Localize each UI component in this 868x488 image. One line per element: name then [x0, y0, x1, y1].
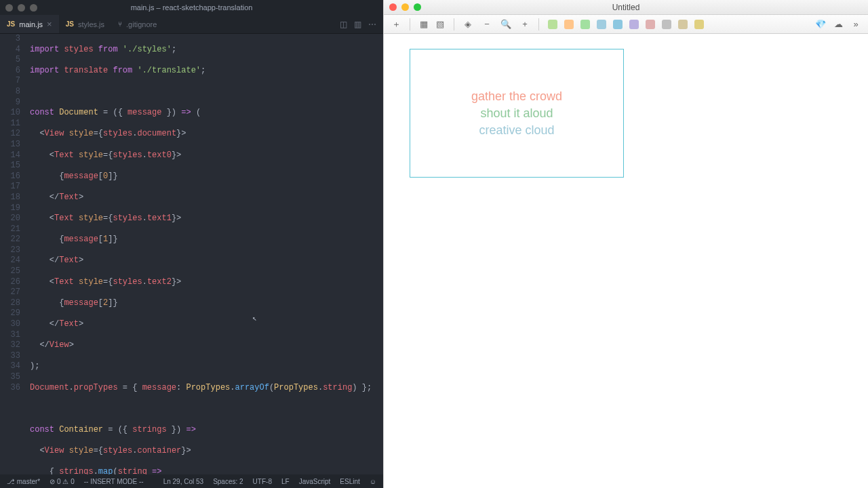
- zoom-in-icon[interactable]: +: [518, 18, 532, 31]
- minimize-window-button[interactable]: [18, 4, 25, 12]
- cloud-sync-icon[interactable]: ☁: [831, 18, 845, 31]
- line-number-gutter: 345678910 1112131415161718 1920212223242…: [0, 34, 30, 474]
- rendered-text-line: gather the crowd: [471, 89, 562, 104]
- close-window-button[interactable]: [5, 4, 13, 12]
- status-bar: master* ⊘ 0 ⚠ 0 -- INSERT MODE -- Ln 29,…: [0, 474, 383, 488]
- shape-tool-icon[interactable]: [627, 18, 641, 31]
- sketch-window: Untitled ＋ ▦ ▧ ◈ − 🔍 + 💎 ☁ »: [383, 0, 868, 488]
- zoom-icon[interactable]: 🔍: [499, 18, 513, 31]
- editor-tabs: JS main.js × JS styles.js ⑂ .gitignore ◫…: [0, 15, 383, 34]
- editor-mode: -- INSERT MODE --: [84, 478, 144, 485]
- shape-tool-icon[interactable]: [562, 18, 576, 31]
- tab-styles-js[interactable]: JS styles.js: [59, 15, 111, 33]
- tab-label: .gitignore: [126, 20, 157, 28]
- tab-label: styles.js: [78, 20, 104, 28]
- minimize-window-button[interactable]: [401, 3, 409, 11]
- symbol-tool-icon[interactable]: ◈: [461, 18, 475, 31]
- rendered-text-line: shout it aloud: [480, 106, 553, 121]
- js-file-icon: JS: [7, 20, 15, 28]
- language-mode[interactable]: JavaScript: [299, 478, 331, 485]
- editor-titlebar: main.js – react-sketchapp-translation: [0, 0, 383, 15]
- sketch-canvas[interactable]: gather the crowd shout it aloud creative…: [384, 34, 868, 488]
- shape-tool-icon[interactable]: [611, 18, 625, 31]
- add-page-button[interactable]: ＋: [389, 18, 403, 31]
- close-window-button[interactable]: [389, 3, 397, 11]
- more-actions-icon[interactable]: ⋯: [368, 20, 376, 29]
- editor-body[interactable]: 345678910 1112131415161718 1920212223242…: [0, 34, 383, 474]
- sketch-toolbar: ＋ ▦ ▧ ◈ − 🔍 + 💎 ☁ »: [384, 15, 868, 34]
- tab-label: main.js: [19, 20, 43, 28]
- zoom-out-icon[interactable]: −: [480, 18, 494, 31]
- line-ending[interactable]: LF: [281, 478, 290, 485]
- maximize-window-button[interactable]: [414, 3, 421, 11]
- rendered-text-line: creative cloud: [479, 123, 554, 138]
- shape-tool-icon[interactable]: [595, 18, 608, 31]
- maximize-window-button[interactable]: [30, 4, 37, 12]
- tab-main-js[interactable]: JS main.js ×: [0, 15, 59, 33]
- shape-tool-icon[interactable]: [546, 18, 559, 31]
- cursor-position[interactable]: Ln 29, Col 53: [163, 478, 204, 485]
- split-editor-icon[interactable]: ◫: [340, 20, 347, 29]
- tab-gitignore[interactable]: ⑂ .gitignore: [111, 15, 163, 33]
- git-branch[interactable]: master*: [7, 478, 40, 485]
- editor-tab-actions: ◫ ▥ ⋯: [340, 20, 383, 29]
- separator: [454, 18, 454, 30]
- separator: [538, 18, 539, 30]
- linter[interactable]: ESLint: [340, 478, 359, 485]
- code-editor-window: main.js – react-sketchapp-translation JS…: [0, 0, 383, 488]
- sketch-document-title: Untitled: [612, 3, 640, 12]
- shape-tool-icon[interactable]: [692, 18, 706, 31]
- shape-tool-icon[interactable]: [676, 18, 690, 31]
- gem-tool-icon[interactable]: 💎: [814, 18, 827, 31]
- feedback-icon[interactable]: ☺: [370, 478, 376, 485]
- git-file-icon: ⑂: [118, 20, 122, 28]
- close-tab-icon[interactable]: ×: [47, 19, 52, 29]
- editor-window-title: main.js – react-sketchapp-translation: [131, 3, 253, 12]
- window-controls: [389, 3, 421, 11]
- encoding[interactable]: UTF-8: [253, 478, 272, 485]
- window-controls: [5, 4, 37, 12]
- code-content[interactable]: import styles from './styles'; import tr…: [30, 34, 383, 474]
- sketch-titlebar: Untitled: [384, 0, 868, 15]
- js-file-icon: JS: [66, 20, 74, 28]
- artboard[interactable]: gather the crowd shout it aloud creative…: [410, 49, 624, 178]
- shape-tool-icon[interactable]: [644, 18, 657, 31]
- indentation[interactable]: Spaces: 2: [213, 478, 243, 485]
- error-count[interactable]: ⊘ 0 ⚠ 0: [50, 478, 74, 485]
- separator: [410, 18, 410, 30]
- shape-tool-icon[interactable]: [660, 18, 673, 31]
- ungroup-tool-icon[interactable]: ▧: [433, 18, 447, 31]
- group-tool-icon[interactable]: ▦: [417, 18, 431, 31]
- overflow-menu-icon[interactable]: »: [849, 18, 863, 31]
- shape-tool-icon[interactable]: [578, 18, 592, 31]
- layout-icon[interactable]: ▥: [354, 20, 361, 29]
